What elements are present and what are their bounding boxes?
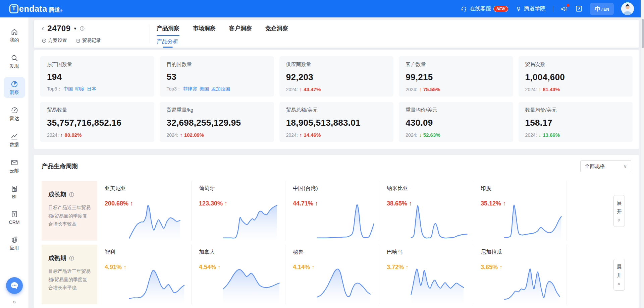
top3-link[interactable]: 日本 bbox=[87, 86, 96, 92]
info-icon[interactable] bbox=[69, 255, 74, 261]
stat-title: 贸易重量/kg bbox=[166, 107, 267, 113]
sidebar-item-3-insight[interactable]: 洞察 bbox=[4, 77, 25, 98]
sidebar-item-9-apps[interactable]: 应用 bbox=[4, 233, 25, 253]
sidebar-item-2-search[interactable]: 发现 bbox=[4, 51, 25, 72]
trend-cell-印度: 印度35.12%↑ bbox=[473, 181, 567, 241]
up-arrow-icon: ↑ bbox=[406, 264, 409, 271]
search-icon bbox=[10, 54, 18, 62]
country-name[interactable]: 秘鲁 bbox=[293, 249, 379, 256]
growth-rate-value: 44.71% bbox=[293, 200, 313, 207]
bi-icon: BI bbox=[10, 185, 18, 193]
stage-name: 成熟期 bbox=[48, 254, 91, 262]
double-chevron-down-icon: » bbox=[616, 219, 622, 222]
fullscreen-button[interactable] bbox=[575, 5, 583, 12]
growth-rate: 3.65%↑ bbox=[481, 264, 502, 271]
growth-rate: 38.65%↑ bbox=[387, 200, 412, 207]
sidebar-item-6-mail[interactable]: 云邮 bbox=[4, 156, 25, 176]
trade-records-button[interactable]: 贸易记录 bbox=[76, 38, 101, 44]
announcements-button[interactable] bbox=[560, 5, 568, 12]
country-name[interactable]: 印度 bbox=[481, 185, 567, 192]
top3-link[interactable]: 美国 bbox=[200, 86, 209, 92]
caret-down-icon[interactable]: ▼ bbox=[73, 26, 77, 30]
up-arrow-icon: ↑ bbox=[60, 132, 63, 138]
expand-button[interactable]: 展开» bbox=[613, 259, 625, 291]
trend-cell-加拿大: 加拿大4.54%↑ bbox=[191, 245, 285, 304]
home-icon bbox=[10, 28, 18, 36]
trend-cell-智利: 智利4.91%↑ bbox=[97, 245, 191, 304]
sidebar-item-1-home[interactable]: 我的 bbox=[4, 25, 25, 46]
sidebar-item-4-radar[interactable]: 雷达 bbox=[4, 103, 25, 124]
trend-cell-葡萄牙: 葡萄牙123.30%↑ bbox=[191, 181, 285, 241]
growth-rate-value: 4.14% bbox=[293, 264, 310, 271]
stat-card-7: 贸易重量/kg32,698,255,129.952024:↑102.09% bbox=[160, 102, 274, 142]
records-icon bbox=[76, 38, 80, 43]
year-label: 2024: bbox=[47, 132, 59, 138]
tab-4[interactable]: 竞企洞察 bbox=[265, 24, 288, 36]
stat-value: 430.09 bbox=[406, 118, 506, 128]
country-name[interactable]: 尼加拉瓜 bbox=[481, 249, 567, 256]
brand-registered-mark: ® bbox=[60, 9, 63, 12]
subtab-product-analysis[interactable]: 产品分析 bbox=[157, 38, 178, 48]
lifecycle-row-2: 成熟期目标产品近三年贸易额/贸易量的季度复合增长率平稳智利4.91%↑加拿大4.… bbox=[42, 245, 631, 304]
action-label: 方案设置 bbox=[48, 38, 67, 44]
top3-link[interactable]: 印度 bbox=[75, 86, 85, 92]
country-name[interactable]: 巴哈马 bbox=[387, 249, 473, 256]
growth-rate: 44.71%↑ bbox=[293, 200, 318, 207]
up-arrow-icon: ↑ bbox=[180, 132, 182, 138]
stage-description: 目标产品近三年贸易额/贸易量的季度复合增长率较高 bbox=[48, 203, 91, 228]
sidebar-item-7-bi[interactable]: BIBI bbox=[4, 182, 25, 202]
sidebar-item-label: BI bbox=[12, 194, 16, 199]
tendata-logo[interactable]: T endata 腾道 ® bbox=[9, 4, 62, 14]
sidebar-item-8-crm[interactable]: CRM bbox=[4, 207, 25, 227]
top3-link[interactable]: 孟加拉国 bbox=[211, 86, 230, 92]
country-name[interactable]: 亚美尼亚 bbox=[105, 185, 191, 192]
chat-fab-button[interactable] bbox=[6, 277, 23, 294]
country-name[interactable]: 中国(台湾) bbox=[293, 185, 379, 192]
top3-link[interactable]: 中国 bbox=[63, 86, 73, 92]
stat-title: 目的国数量 bbox=[166, 61, 267, 68]
stat-value: 194 bbox=[47, 72, 148, 82]
language-toggle[interactable]: 中 / EN bbox=[590, 3, 614, 15]
brand-cn: 腾道 bbox=[49, 6, 60, 14]
trend-sparkline-chart bbox=[503, 266, 562, 303]
tab-3[interactable]: 客户洞察 bbox=[229, 24, 252, 36]
country-name[interactable]: 加拿大 bbox=[199, 249, 285, 256]
scrollbar-thumb[interactable] bbox=[642, 19, 644, 48]
country-name[interactable]: 葡萄牙 bbox=[199, 185, 285, 192]
plan-settings-button[interactable]: 方案设置 bbox=[42, 38, 67, 44]
plan-id[interactable]: 24709 bbox=[47, 24, 70, 33]
stat-meta: 2024:↑102.09% bbox=[166, 132, 267, 138]
top3-link[interactable]: 菲律宾 bbox=[183, 86, 197, 92]
info-icon[interactable] bbox=[69, 192, 74, 197]
user-avatar[interactable] bbox=[621, 2, 634, 15]
trend-cell-秘鲁: 秘鲁4.14%↑ bbox=[285, 245, 379, 304]
stat-meta: 2024:↑75.55% bbox=[406, 86, 506, 92]
lifecycle-panel: 产品生命周期 全部规格 ∨ 成长期目标产品近三年贸易额/贸易量的季度复合增长率较… bbox=[34, 155, 639, 308]
trend-cells: 亚美尼亚200.68%↑葡萄牙123.30%↑中国(台湾)44.71%↑纳米比亚… bbox=[97, 181, 567, 241]
back-icon[interactable]: ‹ bbox=[42, 25, 45, 32]
online-service-button[interactable]: 在线客服 NEW bbox=[461, 5, 508, 12]
tab-1[interactable]: 产品洞察 bbox=[157, 24, 179, 36]
stat-meta: 2024:↑81.43% bbox=[525, 86, 626, 92]
tab-2[interactable]: 市场洞察 bbox=[193, 24, 216, 36]
stat-card-2: 目的国数量53Top3：菲律宾美国孟加拉国 bbox=[160, 56, 274, 97]
country-name[interactable]: 纳米比亚 bbox=[387, 185, 473, 192]
sidebar-item-label: 我的 bbox=[10, 37, 19, 43]
delta-value: 52.63% bbox=[423, 132, 440, 138]
down-arrow-icon: ↓ bbox=[419, 132, 422, 138]
up-arrow-icon: ↑ bbox=[539, 86, 541, 92]
sidebar-expand-button[interactable]: » bbox=[12, 298, 16, 305]
sidebar-item-5-data[interactable]: 数据 bbox=[4, 129, 25, 150]
info-icon[interactable] bbox=[79, 26, 85, 31]
spec-filter-select[interactable]: 全部规格 ∨ bbox=[580, 160, 631, 172]
expand-button[interactable]: 展开» bbox=[613, 195, 625, 227]
delta-value: 14.46% bbox=[304, 132, 321, 138]
stat-title: 贸易次数 bbox=[525, 61, 626, 68]
action-label: 贸易记录 bbox=[82, 38, 101, 44]
academy-button[interactable]: 腾道学院 bbox=[516, 5, 545, 12]
sidebar-item-label: 发现 bbox=[10, 63, 19, 69]
notification-dot bbox=[567, 4, 569, 7]
growth-rate-value: 38.65% bbox=[387, 200, 407, 207]
country-name[interactable]: 智利 bbox=[105, 249, 191, 256]
year-label: 2024: bbox=[286, 132, 298, 138]
